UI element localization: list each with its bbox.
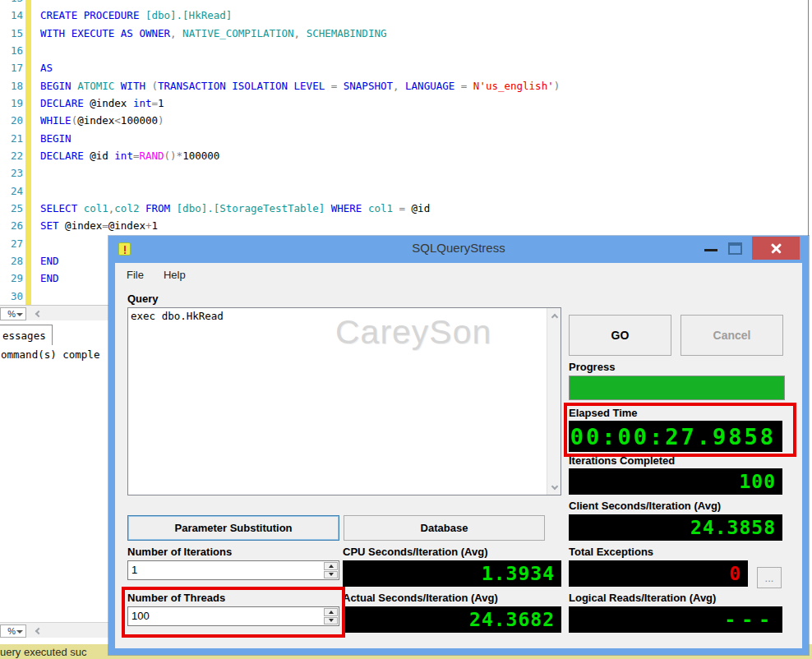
logical-reads-value: ---	[724, 609, 776, 630]
code-line[interactable]: 18BEGIN ATOMIC WITH (TRANSACTION ISOLATI…	[0, 77, 812, 94]
code-token: @index	[65, 219, 102, 232]
line-number: 18	[0, 80, 23, 92]
elapsed-label: Elapsed Time	[569, 407, 638, 419]
change-tracking-bar	[25, 252, 31, 270]
zoom-dropdown[interactable]: %	[0, 307, 26, 320]
code-text: AS	[31, 62, 53, 74]
progress-label: Progress	[569, 361, 615, 373]
code-token: )	[554, 80, 561, 92]
code-token: DECLARE	[40, 150, 90, 162]
change-tracking-bar	[25, 130, 31, 147]
change-tracking-bar	[25, 270, 31, 287]
code-token: col1	[84, 202, 108, 214]
code-token: 1	[151, 219, 158, 232]
change-tracking-bar	[25, 42, 31, 59]
cancel-button[interactable]: Cancel	[681, 315, 783, 356]
code-token: (	[151, 80, 158, 92]
code-line[interactable]: 22DECLARE @id int=RAND()*100000	[0, 147, 812, 164]
code-line[interactable]: 15WITH EXECUTE AS OWNER, NATIVE_COMPILAT…	[0, 25, 812, 42]
query-textarea[interactable]: exec dbo.HkRead CareySon	[127, 307, 561, 495]
chevron-down-icon	[16, 313, 23, 316]
scroll-down-button[interactable]	[547, 479, 561, 493]
code-text: DECLARE @index int=1	[31, 97, 164, 109]
code-token: SCHEMABINDING	[307, 27, 387, 39]
total-exceptions-display: 0	[569, 560, 748, 587]
code-token: ATOMIC	[77, 80, 114, 92]
results-zoom-dropdown[interactable]: %	[0, 624, 26, 638]
code-token: col1	[368, 202, 393, 214]
stepper-up-button[interactable]	[324, 562, 338, 570]
scroll-up-button[interactable]	[547, 310, 561, 324]
code-token: TRANSACTION ISOLATION LEVEL	[158, 80, 325, 92]
line-number: 26	[0, 219, 23, 232]
code-token: =	[151, 97, 158, 109]
zoom-value: %	[7, 309, 16, 319]
code-token: SELECT	[40, 202, 84, 214]
query-scrollbar[interactable]	[547, 308, 561, 495]
line-number: 27	[0, 237, 23, 250]
line-number: 24	[0, 185, 23, 197]
line-number: 19	[0, 97, 23, 109]
minimize-button[interactable]	[704, 249, 717, 251]
chevron-left-icon	[35, 311, 42, 317]
code-line[interactable]: 16	[0, 42, 812, 59]
line-number: 17	[0, 62, 23, 74]
code-token: 1	[158, 97, 164, 109]
title-bar[interactable]: SQLQueryStress	[108, 236, 809, 263]
exceptions-more-button[interactable]: ...	[757, 567, 782, 588]
triangle-up-icon	[329, 565, 334, 568]
code-line[interactable]: 25SELECT col1,col2 FROM [dbo].[StorageTe…	[0, 200, 812, 217]
chevron-down-icon	[16, 630, 23, 634]
iterations-stepper[interactable]: 1	[127, 560, 339, 580]
code-token: AS	[40, 62, 53, 74]
go-button[interactable]: GO	[569, 315, 671, 356]
tab-messages[interactable]: essages	[0, 325, 53, 345]
code-line[interactable]: 24	[0, 182, 812, 200]
stepper-down-button[interactable]	[324, 571, 338, 579]
code-text: BEGIN ATOMIC WITH (TRANSACTION ISOLATION…	[31, 80, 560, 92]
parameter-substitution-button[interactable]: Parameter Substitution	[127, 515, 339, 541]
code-line[interactable]: 21BEGIN	[0, 130, 812, 147]
watermark: CareySon	[335, 313, 491, 352]
results-hscroll-left-button[interactable]	[33, 626, 44, 636]
stepper-up-button[interactable]	[324, 608, 338, 616]
code-text: CREATE PROCEDURE [dbo].[HkRead]	[31, 9, 232, 21]
line-number: 28	[0, 255, 23, 267]
code-token: ,	[294, 27, 307, 39]
actual-seconds-label: Actual Seconds/Iteration (Avg)	[343, 592, 498, 604]
menu-help[interactable]: Help	[164, 266, 194, 283]
change-tracking-bar	[25, 217, 31, 234]
progress-bar	[569, 376, 785, 400]
code-token: LANGUAGE	[405, 80, 454, 92]
hscroll-left-button[interactable]	[33, 309, 44, 319]
threads-stepper[interactable]: 100	[127, 606, 339, 626]
window-title: SQLQueryStress	[108, 241, 809, 255]
menu-file[interactable]: File	[127, 266, 152, 283]
elapsed-display: 00:00:27.9858	[569, 421, 782, 452]
iterations-completed-label: Iterations Completed	[569, 454, 675, 467]
line-number: 30	[0, 290, 23, 302]
close-button[interactable]	[752, 237, 800, 260]
code-token: FROM	[139, 202, 176, 214]
code-line[interactable]: 13	[0, 0, 812, 7]
code-line[interactable]: 14CREATE PROCEDURE [dbo].[HkRead]	[0, 7, 812, 24]
line-number: 15	[0, 27, 23, 39]
code-token: WHERE	[325, 202, 368, 214]
screen: 1314CREATE PROCEDURE [dbo].[HkRead]15WIT…	[0, 0, 812, 659]
code-token: DECLARE	[40, 97, 90, 109]
code-line[interactable]: 19DECLARE @index int=1	[0, 94, 812, 112]
code-line[interactable]: 26SET @index=@index+1	[0, 217, 812, 234]
code-line[interactable]: 23	[0, 164, 812, 182]
database-button[interactable]: Database	[344, 515, 545, 541]
cpu-seconds-display: 1.3934	[343, 560, 561, 587]
change-tracking-bar	[25, 147, 31, 164]
change-tracking-bar	[25, 200, 31, 217]
code-token: ,	[170, 27, 182, 39]
line-number: 25	[0, 202, 23, 214]
code-line[interactable]: 20WHILE(@index<100000)	[0, 112, 812, 129]
maximize-button[interactable]	[728, 242, 742, 255]
stepper-down-button[interactable]	[324, 617, 338, 625]
code-token: ()*	[164, 150, 183, 162]
code-line[interactable]: 17AS	[0, 59, 812, 76]
code-token: BEGIN	[40, 80, 77, 92]
